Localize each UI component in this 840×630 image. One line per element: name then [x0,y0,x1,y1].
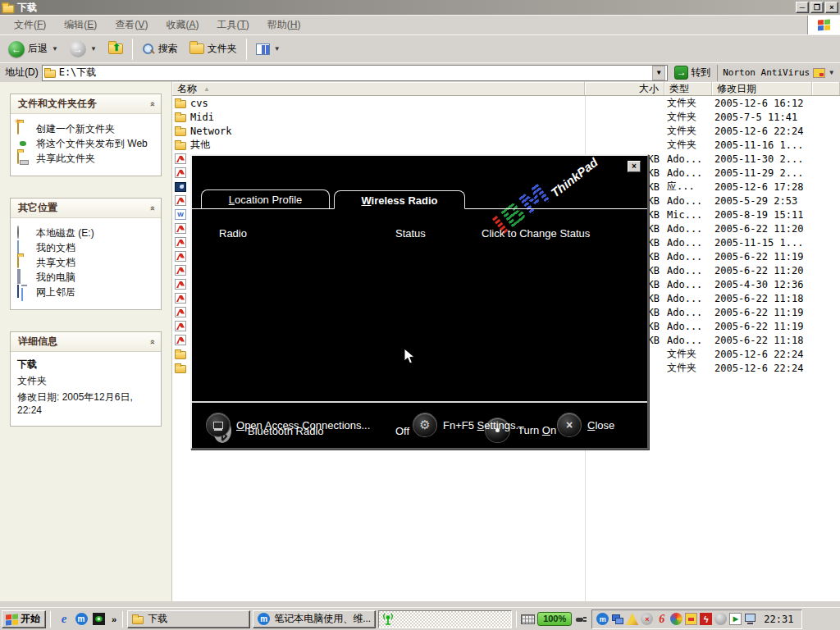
maxthon-icon: m [258,613,270,625]
folder-file-icon [175,128,186,136]
tray-maxthon-icon[interactable]: m [596,613,609,625]
file-date: 2005-11-30 2... [712,153,812,165]
collapse-chevron-icon[interactable]: » [147,205,157,210]
open-access-connections-button[interactable]: Open Access Connections... [207,413,370,436]
title-bar[interactable]: 下载 ─ ❐ × [0,0,840,15]
docs-icon [17,242,30,253]
pdf-file-icon [175,237,186,248]
panel-header-tasks[interactable]: 文件和文件夹任务» [11,94,161,114]
start-label: 开始 [21,612,40,626]
tray-access-connections-icon[interactable]: ϟ [700,613,712,625]
file-date: 2005-4-30 12:36 [712,279,812,290]
sidebar-item[interactable]: 共享文档 [17,258,156,268]
sidebar-item[interactable]: 我的电脑 [17,272,156,283]
column-size[interactable]: 大小 [585,82,664,95]
file-row[interactable]: 其他文件夹2005-11-16 1... [172,138,840,152]
file-name: 其他 [190,138,210,152]
menu-item-edit[interactable]: 编辑(E) [55,16,106,34]
file-type: Ado... [664,251,712,262]
folders-label: 文件夹 [208,42,237,56]
start-button[interactable]: 开始 [2,610,46,628]
search-button[interactable]: 搜索 [137,39,183,58]
minimize-button[interactable]: ─ [796,2,809,13]
dialog-close-button[interactable]: × [628,161,641,172]
sidebar-item[interactable]: 网上邻居 [17,287,156,298]
views-dropdown-icon[interactable]: ▼ [274,45,281,52]
go-button[interactable]: → 转到 [671,65,714,80]
fn-f5-settings-button[interactable]: ⚙Fn+F5 Settings... [413,413,524,436]
menu-item-file[interactable]: 文件(F) [5,16,55,34]
address-input[interactable]: E:\下载 ▼ [42,65,669,81]
address-label: 地址(D) [5,66,39,80]
sidebar-panel-places: 其它位置»本地磁盘 (E:)我的文档共享文档我的电脑网上邻居 [10,198,162,310]
forward-button[interactable]: → ▼ [65,39,102,60]
tab-wireless-radio[interactable]: Wireless Radio [334,190,465,209]
tray-volume-ball-icon[interactable] [714,613,727,625]
task-button-browser[interactable]: m 笔记本电脑使用、维... [253,610,376,628]
details-modified: 修改日期: 2005年12月6日, 22:24 [17,390,157,416]
column-headers: 名称▲ 大小 类型 修改日期 [172,82,840,96]
address-dropdown-icon[interactable]: ▼ [652,66,665,80]
file-date: 2005-12-6 22:24 [712,349,812,360]
quick-launch-internet-explorer-icon[interactable]: e [57,613,71,626]
forward-dropdown-icon[interactable]: ▼ [90,45,97,52]
tray-sogou-icon[interactable]: 6 [655,613,668,625]
close-icon: × [558,413,581,436]
menu-item-favorites[interactable]: 收藏(A) [157,16,208,34]
norton-label: Norton AntiVirus [723,67,810,78]
tray-network-connection-icon[interactable] [744,613,756,625]
sidebar-item-label: 共享文档 [36,258,75,268]
column-name[interactable]: 名称▲ [172,82,585,95]
sidebar-item[interactable]: 我的文档 [17,243,156,253]
collapse-chevron-icon[interactable]: » [147,101,157,106]
menu-item-tools[interactable]: 工具(T) [208,16,258,34]
file-date: 2005-6-22 11:19 [712,251,812,262]
up-button[interactable]: ⬆ [103,41,128,57]
views-button[interactable]: ▼ [251,41,285,57]
file-type: 文件夹 [664,138,712,152]
quick-launch-acdsee-icon[interactable] [92,613,105,626]
window-title: 下载 [17,1,796,15]
sidebar-item-label: 本地磁盘 (E:) [36,228,94,239]
panel-header-details[interactable]: 详细信息» [11,332,161,352]
column-date[interactable]: 修改日期 [712,82,812,95]
folders-button[interactable]: 文件夹 [185,39,242,58]
tray-device-disabled-icon[interactable]: × [641,613,653,625]
tray-norton-card-icon[interactable] [685,613,697,625]
collapse-chevron-icon[interactable]: » [147,339,157,344]
quick-launch-maxthon-icon[interactable]: m [75,613,88,626]
back-dropdown-icon[interactable]: ▼ [52,45,58,52]
column-type[interactable]: 类型 [664,82,712,95]
restore-button[interactable]: ❐ [810,2,824,13]
input-method-keyboard-icon[interactable] [521,614,535,624]
computer-icon [17,272,30,283]
back-button[interactable]: ← 后退 ▼ [3,39,63,60]
menu-item-help[interactable]: 帮助(H) [258,16,310,34]
details-folder-type: 文件夹 [17,374,156,388]
file-row[interactable]: Midi文件夹2005-7-5 11:41 [172,110,840,124]
panel-header-places[interactable]: 其它位置» [11,199,161,218]
menu-item-view[interactable]: 查看(V) [106,16,157,34]
tray-scheduler-icon[interactable]: ▶ [729,613,742,625]
task-button-wireless-pressed[interactable] [378,610,512,628]
folder-file-icon [175,142,186,150]
norton-dropdown-icon[interactable]: ▼ [829,69,833,76]
file-row[interactable]: cvs文件夹2005-12-6 16:12 [172,96,840,110]
toolbar: ← 后退 ▼ → ▼ ⬆ 搜索 文件夹 ▼ [0,34,840,62]
tray-network-places-icon[interactable] [611,613,623,625]
close-button[interactable]: ×Close [558,413,614,436]
file-date: 2005-12-6 22:24 [712,126,812,137]
tray-color-wheel-icon[interactable] [670,613,682,625]
close-button[interactable]: × [825,2,838,13]
battery-indicator[interactable]: 100% [537,612,572,626]
task-button-download[interactable]: 下载 [127,610,250,628]
sidebar-item[interactable]: 创建一个新文件夹 [17,124,156,135]
sidebar-item[interactable]: 本地磁盘 (E:) [17,228,156,239]
quick-launch-overflow[interactable]: » [110,614,118,624]
tab-location-profile[interactable]: Location Profile [201,189,330,208]
tray-display-settings-icon[interactable] [626,613,638,625]
sidebar-item[interactable]: 共享此文件夹 [17,153,156,164]
norton-antivirus-button[interactable]: Norton AntiVirus ▼ [717,65,838,81]
sidebar-item[interactable]: 将这个文件夹发布到 Web [17,139,156,149]
file-row[interactable]: Network文件夹2005-12-6 22:24 [172,124,840,138]
